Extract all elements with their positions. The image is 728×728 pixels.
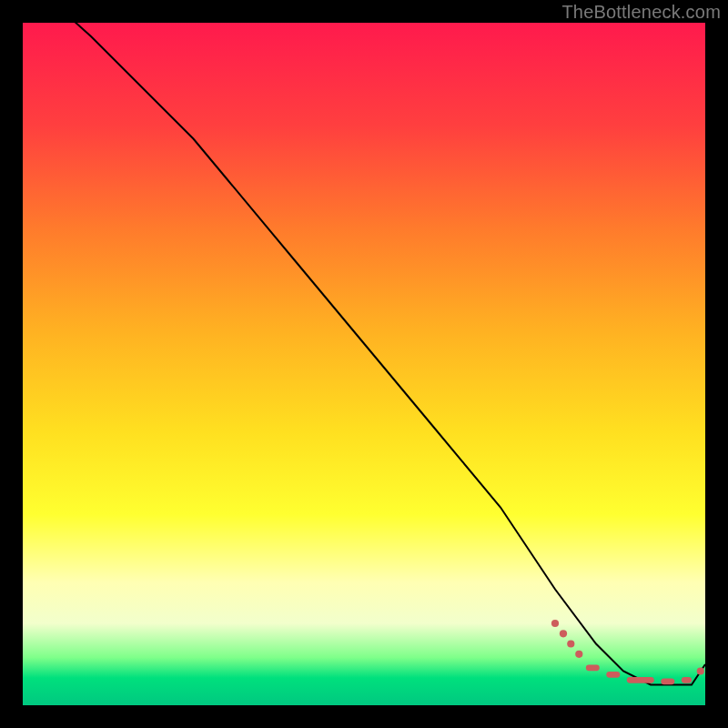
marker-dash — [661, 678, 674, 684]
marker-point — [551, 620, 559, 627]
marker-dash — [606, 672, 620, 678]
chart-frame: TheBottleneck.com — [0, 0, 728, 728]
marker-point — [560, 630, 567, 637]
marker-dashes — [586, 664, 692, 684]
marker-point — [575, 651, 582, 658]
marker-points — [551, 620, 704, 675]
marker-dash — [627, 677, 654, 683]
marker-point — [697, 667, 704, 674]
gradient-plot-area — [23, 23, 705, 705]
chart-svg — [23, 23, 705, 705]
watermark-text: TheBottleneck.com — [561, 2, 721, 23]
marker-dash — [586, 664, 600, 671]
marker-point — [567, 640, 574, 647]
main-curve — [23, 23, 705, 685]
marker-dash — [682, 677, 692, 683]
